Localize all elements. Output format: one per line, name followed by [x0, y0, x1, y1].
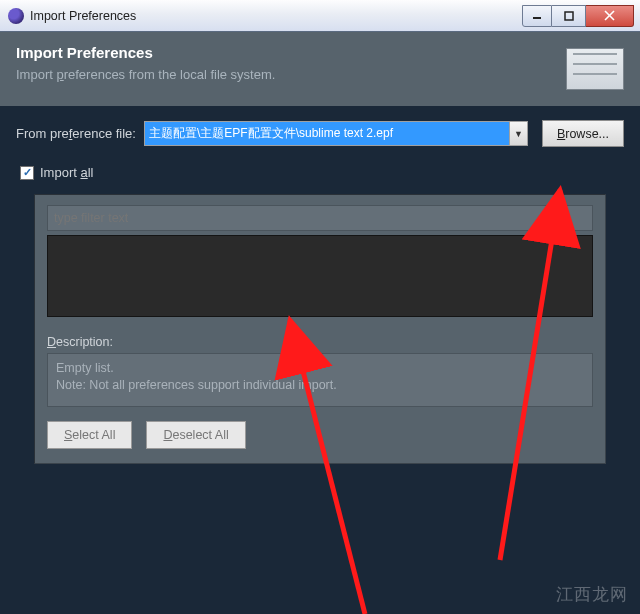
window-titlebar: Import Preferences [0, 0, 640, 32]
deselect-all-button[interactable]: Deselect All [146, 421, 245, 449]
filter-input[interactable] [47, 205, 593, 231]
eclipse-icon [8, 8, 24, 24]
preferences-listbox[interactable] [47, 235, 593, 317]
close-button[interactable] [586, 5, 634, 27]
description-label: Description: [47, 335, 593, 349]
file-row: From preference file: 主题配置\主题EPF配置文件\sub… [16, 120, 624, 147]
preferences-group: Description: Empty list. Note: Not all p… [34, 194, 606, 464]
description-text: Empty list. Note: Not all preferences su… [47, 353, 593, 407]
minimize-button[interactable] [522, 5, 552, 27]
maximize-icon [564, 11, 574, 21]
svg-rect-1 [565, 12, 573, 20]
page-title: Import Preferences [16, 44, 566, 61]
select-all-button[interactable]: Select All [47, 421, 132, 449]
import-all-row: ✓ Import all [20, 165, 624, 180]
import-all-checkbox[interactable]: ✓ [20, 166, 34, 180]
from-file-label: From preference file: [16, 126, 136, 141]
file-path-input[interactable]: 主题配置\主题EPF配置文件\sublime text 2.epf [145, 122, 509, 145]
dialog-body: From preference file: 主题配置\主题EPF配置文件\sub… [0, 106, 640, 464]
file-path-combo[interactable]: 主题配置\主题EPF配置文件\sublime text 2.epf ▼ [144, 121, 528, 146]
import-all-label: Import all [40, 165, 93, 180]
chevron-down-icon[interactable]: ▼ [509, 122, 527, 145]
close-icon [604, 10, 615, 21]
window-buttons [522, 5, 634, 27]
watermark-text: 江西龙网 [556, 583, 628, 606]
preferences-icon [566, 48, 624, 90]
minimize-icon [532, 11, 542, 21]
browse-button[interactable]: Browse... [542, 120, 624, 147]
page-subtitle: Import preferences from the local file s… [16, 67, 566, 82]
select-buttons-row: Select All Deselect All [47, 421, 593, 449]
svg-rect-0 [533, 17, 541, 19]
window-title: Import Preferences [30, 9, 522, 23]
maximize-button[interactable] [552, 5, 586, 27]
dialog-header: Import Preferences Import preferences fr… [0, 32, 640, 106]
